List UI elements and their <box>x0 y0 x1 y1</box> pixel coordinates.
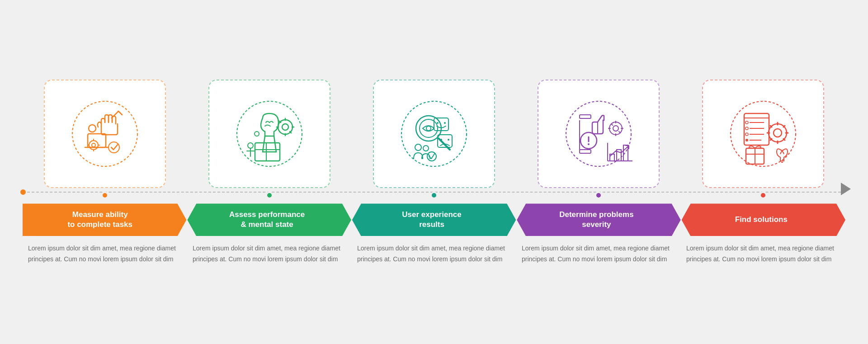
svg-point-34 <box>426 126 431 131</box>
svg-rect-46 <box>580 115 591 118</box>
desc-1: Lorem ipsum dolor sit dim amet, mea regi… <box>23 243 187 264</box>
svg-rect-3 <box>88 134 106 147</box>
svg-point-27 <box>248 143 253 148</box>
arrow-5: Find solutions <box>682 203 845 236</box>
arrow-label-4: Determine problemsseverity <box>550 210 647 230</box>
svg-point-74 <box>745 133 748 136</box>
desc-2: Lorem ipsum dolor sit dim amet, mea regi… <box>187 243 352 264</box>
svg-line-64 <box>619 132 620 133</box>
solutions-icon <box>727 98 799 170</box>
svg-point-36 <box>437 122 439 124</box>
svg-point-40 <box>448 139 449 141</box>
svg-point-73 <box>745 127 748 130</box>
icon-card-1 <box>44 80 166 188</box>
svg-point-41 <box>415 144 421 151</box>
icon-card-3 <box>373 80 495 188</box>
dot-5 <box>760 192 767 199</box>
svg-point-75 <box>745 139 748 141</box>
desc-3: Lorem ipsum dolor sit dim amet, mea regi… <box>352 243 516 264</box>
task-icon <box>69 98 141 170</box>
svg-point-7 <box>92 143 95 147</box>
svg-line-85 <box>783 126 785 127</box>
svg-line-83 <box>783 139 785 140</box>
arrow-label-5: Find solutions <box>726 215 801 225</box>
mental-icon <box>233 98 306 170</box>
svg-rect-51 <box>610 154 614 161</box>
svg-point-37 <box>444 122 446 124</box>
arrow-1: Measure abilityto complete tasks <box>23 203 186 236</box>
svg-rect-47 <box>580 150 591 153</box>
arrow-4: Determine problemsseverity <box>517 203 680 236</box>
ux-icon <box>398 98 470 170</box>
svg-line-2 <box>118 111 122 115</box>
svg-point-58 <box>613 126 618 131</box>
icon-card-2 <box>208 80 330 188</box>
dot-2 <box>266 192 273 199</box>
dot-3 <box>430 192 438 199</box>
desc-5: Lorem ipsum dolor sit dim amet, mea regi… <box>681 243 845 264</box>
svg-line-84 <box>770 139 772 140</box>
icon-card-4 <box>538 80 660 188</box>
problems-icon <box>562 98 635 170</box>
svg-point-77 <box>774 129 782 137</box>
svg-point-5 <box>89 125 96 132</box>
svg-point-12 <box>108 142 119 153</box>
svg-point-17 <box>282 124 288 130</box>
infographic: Measure abilityto complete tasks Assess … <box>0 66 868 278</box>
svg-point-72 <box>745 121 748 124</box>
svg-point-6 <box>89 141 98 150</box>
arrow-3: User experienceresults <box>352 203 516 236</box>
svg-point-39 <box>440 139 442 141</box>
dot-1 <box>101 192 108 199</box>
svg-point-13 <box>237 101 302 166</box>
svg-point-42 <box>423 146 429 151</box>
svg-point-15 <box>255 132 259 136</box>
icon-card-5 <box>702 80 824 188</box>
arrow-label-1: Measure abilityto complete tasks <box>63 210 146 230</box>
svg-line-63 <box>611 124 613 125</box>
desc-4: Lorem ipsum dolor sit dim amet, mea regi… <box>516 243 681 264</box>
dot-4 <box>595 192 602 199</box>
descriptions-row: Lorem ipsum dolor sit dim amet, mea regi… <box>0 236 868 278</box>
svg-point-30 <box>401 101 467 166</box>
arrow-2: Assess performance& mental state <box>187 203 351 236</box>
arrow-label-3: User experienceresults <box>393 210 475 230</box>
arrow-label-2: Assess performance& mental state <box>220 210 318 230</box>
svg-line-82 <box>770 126 772 127</box>
svg-point-56 <box>588 143 590 145</box>
